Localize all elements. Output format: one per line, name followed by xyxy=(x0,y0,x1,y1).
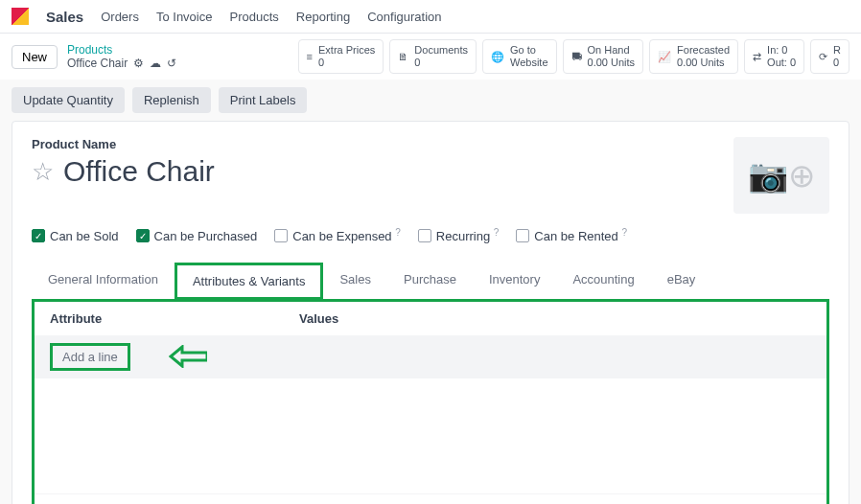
tab-attributes-variants[interactable]: Attributes & Variants xyxy=(175,263,324,300)
print-labels-button[interactable]: Print Labels xyxy=(219,87,308,113)
globe-icon: 🌐 xyxy=(491,51,504,63)
stat-goto-website[interactable]: 🌐 Go toWebsite xyxy=(482,39,557,74)
product-title[interactable]: Office Chair xyxy=(63,155,215,188)
check-can-be-rented[interactable]: Can be Rented ? xyxy=(516,227,627,243)
update-quantity-button[interactable]: Update Quantity xyxy=(12,87,125,113)
gear-icon[interactable]: ⚙ xyxy=(133,57,144,70)
camera-plus-icon: 📷⊕ xyxy=(748,156,815,195)
arrow-left-icon xyxy=(169,345,207,368)
stat-bar: ≡ Extra Prices0 🗎 Documents0 🌐 Go toWebs… xyxy=(298,39,849,74)
stat-refresh[interactable]: ⟳ R0 xyxy=(810,39,849,74)
undo-icon[interactable]: ↺ xyxy=(167,57,176,70)
check-recurring[interactable]: Recurring ? xyxy=(418,227,500,243)
tab-sales[interactable]: Sales xyxy=(323,263,387,300)
boxes-icon: ⛟ xyxy=(571,51,582,62)
nav-orders[interactable]: Orders xyxy=(101,10,139,24)
nav-products[interactable]: Products xyxy=(229,10,278,24)
chart-icon: 📈 xyxy=(658,51,671,63)
checkbox-checked-icon: ✓ xyxy=(136,229,150,242)
check-can-be-purchased[interactable]: ✓Can be Purchased xyxy=(136,229,258,243)
replenish-button[interactable]: Replenish xyxy=(132,87,211,113)
nav-to-invoice[interactable]: To Invoice xyxy=(156,10,213,24)
document-icon: 🗎 xyxy=(398,51,408,62)
tab-ebay[interactable]: eBay xyxy=(651,263,712,300)
attributes-tab-content: Attribute Values Add a line Warning: add… xyxy=(32,299,829,504)
product-form: Product Name ☆ Office Chair 📷⊕ ✓Can be S… xyxy=(12,121,849,504)
tab-purchase[interactable]: Purchase xyxy=(387,263,473,300)
check-can-be-expensed[interactable]: Can be Expensed ? xyxy=(274,227,401,243)
form-tabs: General Information Attributes & Variant… xyxy=(32,262,829,300)
stat-in-out[interactable]: ⇄ In: 0Out: 0 xyxy=(744,39,804,74)
attributes-table-body xyxy=(35,378,826,493)
tab-inventory[interactable]: Inventory xyxy=(473,263,556,300)
checkbox-checked-icon: ✓ xyxy=(32,229,45,242)
cloud-icon[interactable]: ☁ xyxy=(150,57,161,70)
breadcrumb-current: Office Chair xyxy=(67,57,128,70)
checkbox-icon xyxy=(418,229,431,242)
breadcrumb-parent[interactable]: Products xyxy=(67,43,176,57)
add-a-line-button[interactable]: Add a line xyxy=(50,343,130,371)
help-icon[interactable]: ? xyxy=(395,227,401,238)
checkbox-icon xyxy=(274,229,288,242)
breadcrumb: Products Office Chair ⚙ ☁ ↺ xyxy=(67,43,176,70)
col-values: Values xyxy=(299,311,338,326)
product-flags: ✓Can be Sold ✓Can be Purchased Can be Ex… xyxy=(32,227,829,243)
sub-bar: New Products Office Chair ⚙ ☁ ↺ ≡ Extra … xyxy=(0,34,861,80)
help-icon[interactable]: ? xyxy=(621,227,627,238)
check-can-be-sold[interactable]: ✓Can be Sold xyxy=(32,229,119,243)
warning-note: Warning: adding or deleting attributes w… xyxy=(35,493,826,504)
stat-extra-prices[interactable]: ≡ Extra Prices0 xyxy=(298,39,384,74)
nav-reporting[interactable]: Reporting xyxy=(296,10,350,24)
app-logo xyxy=(12,8,29,25)
refresh-icon: ⟳ xyxy=(819,51,827,63)
stat-on-hand[interactable]: ⛟ On Hand0.00 Units xyxy=(563,39,644,74)
action-bar: Update Quantity Replenish Print Labels xyxy=(0,80,861,121)
stat-documents[interactable]: 🗎 Documents0 xyxy=(389,39,477,74)
nav-configuration[interactable]: Configuration xyxy=(367,10,441,24)
checkbox-icon xyxy=(516,229,529,242)
nav-main-module[interactable]: Sales xyxy=(46,9,83,25)
attributes-table-header: Attribute Values xyxy=(35,302,826,335)
help-icon[interactable]: ? xyxy=(494,227,500,238)
col-attribute: Attribute xyxy=(50,311,299,326)
stat-forecasted[interactable]: 📈 Forecasted0.00 Units xyxy=(649,39,738,74)
tab-general-information[interactable]: General Information xyxy=(32,263,175,300)
swap-icon: ⇄ xyxy=(753,51,761,63)
top-nav: Sales Orders To Invoice Products Reporti… xyxy=(0,0,861,34)
new-button[interactable]: New xyxy=(12,45,58,69)
product-name-label: Product Name xyxy=(32,137,733,151)
product-image-placeholder[interactable]: 📷⊕ xyxy=(733,137,829,214)
tab-accounting[interactable]: Accounting xyxy=(556,263,650,300)
favorite-star-icon[interactable]: ☆ xyxy=(32,157,54,187)
attributes-add-row: Add a line xyxy=(35,335,826,378)
list-icon: ≡ xyxy=(307,51,313,62)
